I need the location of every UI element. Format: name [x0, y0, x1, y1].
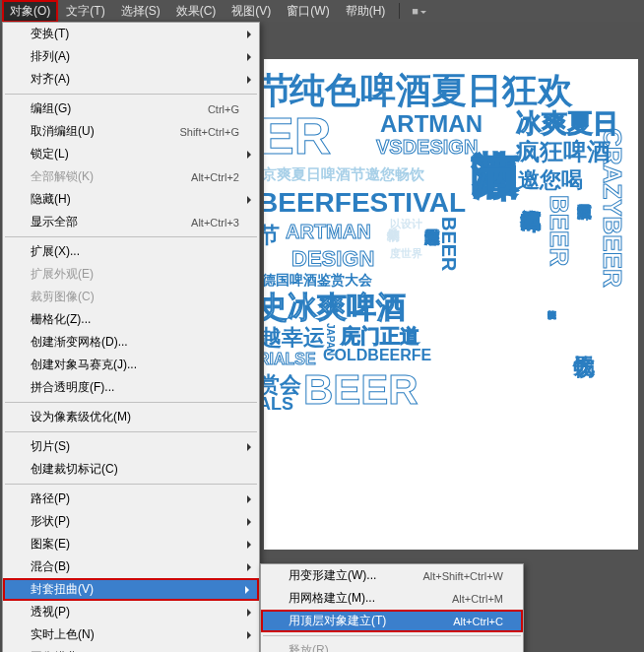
word-cloud-text: CRAZYBEER: [597, 128, 627, 288]
menu-item-label: 路径(P): [31, 490, 70, 507]
menu-item[interactable]: 混合(B): [3, 555, 259, 578]
menu-item[interactable]: 拼合透明度(F)...: [3, 376, 259, 399]
menu-item-label: 编组(G): [31, 100, 71, 117]
submenu-arrow-icon: [247, 151, 251, 159]
menu-shortcut: Alt+Ctrl+2: [191, 171, 239, 183]
menu-item-label: 对齐(A): [31, 71, 70, 88]
envelope-distort-submenu: 用变形建立(W)...Alt+Shift+Ctrl+W用网格建立(M)...Al…: [260, 563, 524, 652]
menubar-item[interactable]: 对象(O): [2, 0, 58, 23]
menu-item[interactable]: 路径(P): [3, 488, 259, 510]
word-cloud-text: VSDESIGN: [376, 136, 478, 159]
word-cloud-artwork: 节纯色啤酒夏日狂欢ER冰爽夏日ARTMANVSDESIGN疯狂啤酒京爽夏日啤酒节…: [264, 59, 638, 550]
menu-shortcut: Shift+Ctrl+G: [179, 126, 239, 138]
menu-item-label: 锁定(L): [31, 146, 69, 163]
menu-item-label: 创建渐变网格(D)...: [31, 334, 128, 351]
menu-item[interactable]: 透视(P): [3, 601, 259, 623]
word-cloud-text: ARTMAN: [380, 110, 483, 138]
menu-item-label: 透视(P): [31, 604, 70, 620]
word-cloud-text: COLDBEERFE: [323, 347, 431, 364]
submenu-arrow-icon: [247, 609, 251, 617]
word-cloud-text: 庑门正道: [341, 323, 419, 350]
word-cloud-text: ARTMAN: [286, 221, 371, 243]
menu-item-label: 用顶层对象建立(T): [289, 613, 386, 629]
menu-separator: [5, 484, 257, 485]
menu-item-label: 创建裁切标记(C): [31, 461, 118, 478]
menu-item[interactable]: 图像描摹: [3, 646, 259, 652]
menu-separator: [5, 236, 257, 237]
submenu-arrow-icon: [247, 196, 251, 204]
word-cloud-text: DESIGN: [291, 246, 374, 272]
menu-item-label: 隐藏(H): [31, 191, 71, 208]
submenu-arrow-icon: [247, 443, 251, 451]
application-menubar: 对象(O)文字(T)选择(S)效果(C)视图(V)窗口(W)帮助(H)■: [0, 0, 644, 22]
menu-shortcut: Ctrl+G: [208, 103, 239, 115]
menu-item[interactable]: 排列(A): [3, 45, 259, 68]
menu-item-label: 设为像素级优化(M): [31, 409, 131, 425]
word-cloud-text: BEER: [303, 366, 419, 414]
submenu-item[interactable]: 用变形建立(W)...Alt+Shift+Ctrl+W: [261, 564, 523, 587]
menu-item[interactable]: 实时上色(N): [3, 623, 259, 646]
menubar-item[interactable]: 文字(T): [58, 0, 112, 23]
menu-item[interactable]: 图案(E): [3, 533, 259, 555]
menubar-separator: [399, 3, 400, 19]
menu-shortcut: Alt+Ctrl+C: [453, 616, 503, 627]
menu-item[interactable]: 切片(S): [3, 435, 259, 458]
menu-item-label: 扩展外观(E): [31, 266, 94, 283]
word-cloud-text: 史冰爽啤酒: [264, 288, 406, 328]
menu-item[interactable]: 编组(G)Ctrl+G: [3, 98, 259, 120]
word-cloud-text: ALS: [264, 394, 293, 415]
menu-item[interactable]: 栅格化(Z)...: [3, 308, 259, 331]
menu-item-label: 变换(T): [31, 26, 69, 42]
menubar-extra[interactable]: ■: [406, 5, 432, 17]
submenu-arrow-icon: [247, 563, 251, 571]
menubar-item[interactable]: 效果(C): [168, 0, 225, 23]
menu-item-label: 拼合透明度(F)...: [31, 379, 114, 396]
menu-separator: [5, 94, 257, 95]
menu-item: 裁剪图像(C): [3, 286, 259, 308]
submenu-arrow-icon: [247, 631, 251, 639]
word-cloud-text: 以设计: [390, 217, 422, 231]
menu-separator: [263, 635, 521, 636]
submenu-arrow-icon: [245, 586, 249, 594]
menu-item[interactable]: 扩展(X)...: [3, 240, 259, 263]
object-menu-dropdown: 变换(T)排列(A)对齐(A)编组(G)Ctrl+G取消编组(U)Shift+C…: [2, 22, 260, 652]
submenu-arrow-icon: [247, 541, 251, 549]
menu-item-label: 形状(P): [31, 513, 70, 530]
menu-item-label: 裁剪图像(C): [31, 289, 95, 305]
submenu-item[interactable]: 用网格建立(M)...Alt+Ctrl+M: [261, 587, 523, 610]
menubar-item[interactable]: 视图(V): [224, 0, 279, 23]
menu-item[interactable]: 显示全部Alt+Ctrl+3: [3, 211, 259, 233]
menu-item[interactable]: 封套扭曲(V): [3, 578, 259, 601]
word-cloud-text: 节: [264, 221, 280, 250]
menu-item-label: 切片(S): [31, 438, 70, 455]
menu-item-label: 取消编组(U): [31, 123, 95, 140]
menu-item: 全部解锁(K)Alt+Ctrl+2: [3, 165, 259, 188]
menu-item-label: 扩展(X)...: [31, 243, 80, 260]
menu-item[interactable]: 形状(P): [3, 510, 259, 533]
menu-item[interactable]: 变换(T): [3, 23, 259, 45]
submenu-item[interactable]: 用顶层对象建立(T)Alt+Ctrl+C: [261, 610, 523, 632]
menubar-item[interactable]: 选择(S): [113, 0, 168, 23]
menu-item[interactable]: 创建裁切标记(C): [3, 458, 259, 481]
menubar-item[interactable]: 帮助(H): [338, 0, 394, 23]
menu-item[interactable]: 隐藏(H): [3, 188, 259, 211]
menu-item-label: 创建对象马赛克(J)...: [31, 357, 137, 373]
menu-item[interactable]: 设为像素级优化(M): [3, 406, 259, 428]
menu-item[interactable]: 锁定(L): [3, 143, 259, 165]
menu-item[interactable]: 创建渐变网格(D)...: [3, 331, 259, 354]
submenu-arrow-icon: [247, 495, 251, 503]
word-cloud-text: 度世界: [390, 246, 422, 261]
canvas-artboard[interactable]: 节纯色啤酒夏日狂欢ER冰爽夏日ARTMANVSDESIGN疯狂啤酒京爽夏日啤酒节…: [264, 59, 638, 550]
menu-separator: [5, 431, 257, 432]
word-cloud-text: 越幸运: [264, 323, 325, 353]
menu-separator: [5, 402, 257, 403]
menu-shortcut: Alt+Ctrl+M: [452, 593, 503, 605]
menu-item-label: 释放(R): [289, 642, 329, 652]
menu-item[interactable]: 创建对象马赛克(J)...: [3, 354, 259, 376]
submenu-arrow-icon: [247, 31, 251, 38]
menu-item-label: 全部解锁(K): [31, 168, 94, 185]
menu-item[interactable]: 对齐(A): [3, 68, 259, 91]
submenu-arrow-icon: [247, 53, 251, 61]
menu-item[interactable]: 取消编组(U)Shift+Ctrl+G: [3, 120, 259, 143]
menubar-item[interactable]: 窗口(W): [279, 0, 337, 23]
